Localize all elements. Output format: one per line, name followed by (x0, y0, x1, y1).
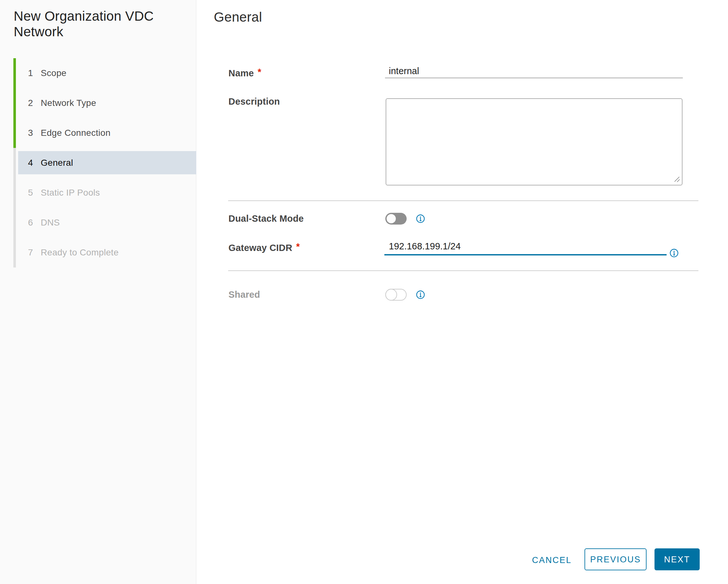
step-dns: 6 DNS (0, 208, 196, 238)
gateway-cidr-label: Gateway CIDR* (229, 242, 300, 254)
cancel-button[interactable]: CANCEL (530, 555, 571, 565)
name-label: Name* (229, 68, 261, 79)
wizard-title: New Organization VDC Network (14, 8, 173, 39)
new-org-vdc-network-wizard: New Organization VDC Network 1 Scope 2 N… (0, 0, 728, 584)
step-network-type[interactable]: 2 Network Type (0, 88, 196, 118)
toggle-knob (385, 289, 397, 300)
description-label: Description (229, 96, 280, 107)
step-number: 7 (28, 238, 33, 267)
required-marker: * (258, 67, 262, 77)
info-icon[interactable] (416, 214, 425, 223)
step-general-active[interactable]: 4 General (0, 148, 196, 178)
section-divider (228, 270, 698, 271)
description-textarea[interactable] (386, 98, 682, 185)
step-number: 1 (28, 58, 33, 88)
step-label: DNS (41, 208, 60, 238)
step-label: Ready to Complete (41, 238, 119, 267)
step-label: Edge Connection (41, 118, 110, 148)
step-label: Static IP Pools (41, 178, 100, 208)
step-label: General (41, 148, 73, 178)
step-ready-to-complete: 7 Ready to Complete (0, 238, 196, 267)
shared-toggle-disabled (385, 289, 407, 300)
next-button[interactable]: NEXT (654, 548, 700, 570)
dual-stack-toggle-off[interactable] (385, 213, 407, 224)
wizard-sidebar: New Organization VDC Network 1 Scope 2 N… (0, 0, 196, 584)
step-number: 6 (28, 208, 33, 238)
gateway-cidr-input[interactable] (384, 241, 667, 256)
shared-label: Shared (229, 289, 260, 300)
dual-stack-mode-label: Dual-Stack Mode (229, 213, 304, 224)
previous-button[interactable]: PREVIOUS (584, 548, 647, 570)
page-title: General (214, 9, 262, 25)
info-icon[interactable] (416, 290, 425, 300)
step-static-ip-pools: 5 Static IP Pools (0, 178, 196, 208)
step-number: 4 (28, 148, 33, 178)
toggle-knob (387, 214, 396, 223)
step-label: Network Type (41, 88, 96, 118)
name-input[interactable] (385, 65, 683, 78)
step-label: Scope (41, 58, 67, 88)
step-scope[interactable]: 1 Scope (0, 58, 196, 88)
section-divider (228, 201, 698, 201)
info-icon[interactable] (669, 248, 679, 258)
step-edge-connection[interactable]: 3 Edge Connection (0, 118, 196, 148)
required-marker: * (296, 241, 300, 251)
step-number: 3 (28, 118, 33, 148)
step-number: 5 (28, 178, 33, 208)
step-number: 2 (28, 88, 33, 118)
resize-handle-icon[interactable] (673, 176, 680, 183)
